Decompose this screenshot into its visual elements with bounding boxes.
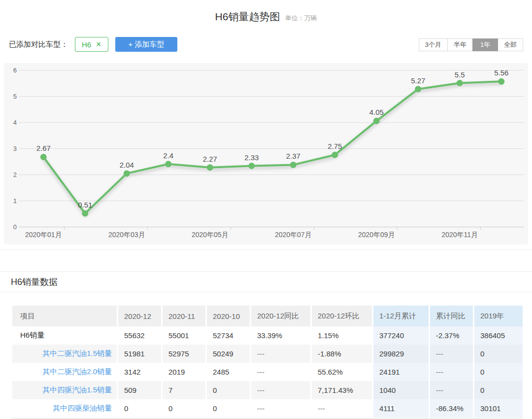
sales-table-wrap: 项目2020-122020-112020-102020-12同比2020-12环… (11, 306, 524, 419)
data-point-label: 4.05 (369, 108, 384, 116)
svg-text:6: 6 (13, 67, 17, 74)
table-section-title: H6销量数据 (11, 276, 58, 288)
column-header: 2020-10 (207, 306, 250, 326)
sales-trend-chart[interactable]: 01234562020年01月2020年03月2020年05月2020年07月2… (4, 63, 528, 244)
data-point-label: 2.75 (328, 142, 342, 150)
svg-text:2020年01月: 2020年01月 (25, 231, 62, 239)
row-label-link[interactable]: 其中四驱汽油1.5销量 (12, 381, 117, 399)
table-cell: 0 (207, 381, 250, 399)
data-point-label: 0.51 (78, 201, 92, 209)
svg-text:3: 3 (13, 145, 17, 152)
table-cell: 299829 (373, 345, 429, 363)
data-point[interactable] (332, 152, 338, 158)
table-cell: 377240 (373, 326, 429, 345)
table-cell: 51981 (118, 345, 161, 363)
table-cell: 0 (207, 399, 250, 418)
table-cell: 1.15% (312, 326, 372, 345)
section-divider (0, 249, 532, 250)
table-cell: --- (251, 381, 310, 399)
data-point[interactable] (498, 78, 504, 85)
table-cell: --- (312, 399, 372, 418)
table-cell: 24191 (373, 363, 429, 381)
svg-text:0: 0 (13, 223, 17, 231)
data-point-label: 2.27 (203, 155, 217, 163)
table-cell: 2485 (207, 363, 250, 381)
unit-label: 单位：万辆 (285, 14, 317, 23)
table-cell: --- (251, 399, 310, 418)
table-cell: -2.37% (430, 326, 473, 345)
table-cell: 2019 (163, 363, 205, 381)
table-cell: 0 (474, 363, 523, 381)
model-tag-h6[interactable]: H6 ✕ (75, 37, 108, 52)
data-point[interactable] (40, 154, 47, 160)
table-cell: 0 (118, 399, 161, 418)
data-point[interactable] (373, 118, 380, 124)
table-section-header: H6销量数据 (0, 271, 532, 292)
svg-text:2020年05月: 2020年05月 (192, 231, 229, 239)
data-point[interactable] (82, 210, 88, 216)
column-header: 项目 (12, 306, 117, 326)
table-cell: --- (430, 345, 473, 363)
table-cell: 7,171.43% (312, 381, 372, 399)
column-header: 2019年 (474, 306, 523, 326)
table-cell: 1040 (373, 381, 429, 399)
row-label-link[interactable]: 其中二驱汽油2.0销量 (12, 363, 117, 381)
table-cell: --- (251, 345, 310, 363)
sales-data-table: 项目2020-122020-112020-102020-12同比2020-12环… (11, 306, 524, 418)
data-point[interactable] (207, 164, 213, 171)
table-cell: 386405 (474, 326, 523, 345)
added-models-label: 已添加对比车型： (9, 40, 68, 49)
table-cell: 4111 (373, 399, 429, 418)
svg-text:2020年09月: 2020年09月 (358, 231, 395, 239)
table-cell: -86.34% (430, 399, 473, 418)
range-filter-全部[interactable]: 全部 (498, 38, 523, 51)
column-header: 1-12月累计 (373, 306, 429, 326)
table-row: 其中四驱柴油销量000------4111-86.34%30101 (12, 399, 523, 418)
table-cell: 7 (163, 381, 205, 399)
add-model-button[interactable]: + 添加车型 (115, 37, 177, 52)
data-point-label: 5.5 (455, 70, 465, 79)
table-cell: --- (430, 363, 473, 381)
page-title: H6销量趋势图 (215, 10, 280, 24)
toolbar: 已添加对比车型： H6 ✕ + 添加车型 3个月半年1年全部 (9, 36, 523, 52)
data-point[interactable] (415, 86, 421, 92)
table-cell: 3142 (118, 363, 161, 381)
trend-line (43, 81, 501, 213)
model-tag-label: H6 (82, 40, 91, 49)
table-cell: --- (430, 381, 473, 399)
range-filter-3个月[interactable]: 3个月 (419, 38, 448, 51)
time-range-filter: 3个月半年1年全部 (419, 38, 523, 51)
table-cell: 52975 (163, 345, 205, 363)
data-point-label: 2.4 (163, 151, 173, 160)
table-cell: 50249 (207, 345, 250, 363)
svg-text:5: 5 (13, 93, 17, 100)
table-cell: 52734 (207, 326, 250, 345)
data-point[interactable] (124, 170, 130, 176)
row-label-link[interactable]: 其中四驱柴油销量 (12, 399, 117, 418)
table-cell: 33.39% (251, 326, 310, 345)
column-header: 2020-12环比 (312, 306, 372, 326)
row-label-link[interactable]: 其中二驱汽油1.5销量 (12, 345, 117, 363)
data-point-label: 2.04 (120, 161, 134, 169)
remove-model-icon[interactable]: ✕ (96, 41, 101, 48)
svg-text:2020年03月: 2020年03月 (108, 231, 145, 239)
table-cell: 509 (118, 381, 161, 399)
range-filter-半年[interactable]: 半年 (447, 38, 473, 51)
table-row: H6销量55632550015273433.39%1.15%377240-2.3… (12, 326, 523, 345)
table-cell: 0 (474, 381, 523, 399)
svg-text:2020年07月: 2020年07月 (275, 231, 312, 239)
data-point[interactable] (165, 161, 171, 167)
svg-text:2020年11月: 2020年11月 (441, 231, 478, 239)
data-point[interactable] (248, 163, 255, 169)
line-chart[interactable]: 01234562020年01月2020年03月2020年05月2020年07月2… (4, 63, 528, 244)
data-point[interactable] (290, 162, 297, 168)
range-filter-1年[interactable]: 1年 (472, 38, 498, 51)
table-cell: 30101 (474, 399, 523, 418)
table-row: 其中二驱汽油1.5销量519815297550249----1.88%29982… (12, 345, 523, 363)
page-header: H6销量趋势图 单位：万辆 (0, 10, 532, 24)
data-point[interactable] (457, 80, 463, 86)
table-row: 其中二驱汽油2.0销量314220192485---55.62%24191---… (12, 363, 523, 381)
table-row: 其中四驱汽油1.5销量50970---7,171.43%1040---0 (12, 381, 523, 399)
table-header-row: 项目2020-122020-112020-102020-12同比2020-12环… (12, 306, 523, 326)
svg-text:1: 1 (13, 197, 17, 205)
